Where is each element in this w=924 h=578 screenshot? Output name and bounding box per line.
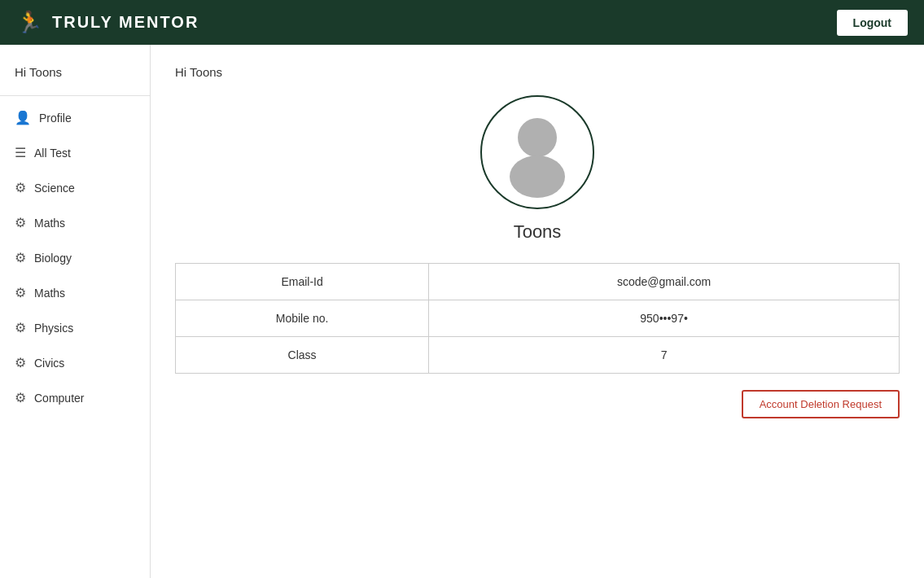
person-icon: 👤: [15, 110, 31, 125]
sidebar: Hi Toons 👤 Profile ☰ All Test ⚙ Science …: [0, 45, 151, 578]
sidebar-item-civics[interactable]: ⚙ Civics: [0, 345, 150, 380]
logout-button[interactable]: Logout: [837, 10, 908, 36]
table-row: Email-Id scode@gmail.com: [176, 264, 900, 300]
sidebar-item-label: Science: [34, 182, 75, 195]
list-icon: ☰: [15, 145, 26, 160]
table-row: Mobile no. 950•••97•: [176, 300, 900, 337]
table-label-class: Class: [176, 337, 429, 374]
avatar: [480, 95, 594, 209]
profile-table: Email-Id scode@gmail.com Mobile no. 950•…: [175, 263, 900, 374]
header: 🏃 TRULY MENTOR Logout: [0, 0, 924, 45]
svg-point-1: [510, 155, 565, 198]
sidebar-item-label: Maths: [34, 287, 65, 300]
gear-icon: ⚙: [15, 390, 26, 405]
gear-icon: ⚙: [15, 320, 26, 335]
sidebar-item-profile[interactable]: 👤 Profile: [0, 100, 150, 135]
sidebar-item-label: Civics: [34, 357, 64, 370]
sidebar-item-all-test[interactable]: ☰ All Test: [0, 135, 150, 170]
sidebar-item-label: All Test: [34, 147, 71, 160]
gear-icon: ⚙: [15, 180, 26, 195]
username: Toons: [514, 221, 562, 243]
logo: 🏃 TRULY MENTOR: [16, 10, 199, 35]
sidebar-item-science[interactable]: ⚙ Science: [0, 170, 150, 205]
gear-icon: ⚙: [15, 355, 26, 370]
gear-icon: ⚙: [15, 285, 26, 300]
gear-icon: ⚙: [15, 215, 26, 230]
sidebar-item-label: Biology: [34, 252, 72, 265]
main-greeting: Hi Toons: [175, 65, 900, 79]
avatar-svg: [488, 103, 586, 201]
table-label-email: Email-Id: [176, 264, 429, 300]
sidebar-item-label: Profile: [39, 112, 72, 125]
table-label-mobile: Mobile no.: [176, 300, 429, 337]
sidebar-item-label: Maths: [34, 217, 65, 230]
profile-section: Toons: [175, 95, 900, 243]
sidebar-greeting: Hi Toons: [0, 57, 150, 91]
main-content: Hi Toons Toons Email-Id scode@gmail.com: [151, 45, 924, 578]
logo-icon: 🏃: [16, 10, 44, 35]
table-row: Class 7: [176, 337, 900, 374]
gear-icon: ⚙: [15, 250, 26, 265]
sidebar-item-maths1[interactable]: ⚙ Maths: [0, 205, 150, 240]
sidebar-item-physics[interactable]: ⚙ Physics: [0, 310, 150, 345]
layout: Hi Toons 👤 Profile ☰ All Test ⚙ Science …: [0, 45, 924, 578]
logo-text: TRULY MENTOR: [52, 13, 199, 32]
sidebar-item-biology[interactable]: ⚙ Biology: [0, 240, 150, 275]
sidebar-divider: [0, 95, 150, 96]
delete-btn-row: Account Deletion Request: [175, 390, 900, 418]
sidebar-item-computer[interactable]: ⚙ Computer: [0, 380, 150, 415]
table-value-email: scode@gmail.com: [429, 264, 900, 300]
account-deletion-button[interactable]: Account Deletion Request: [742, 390, 900, 418]
table-value-mobile: 950•••97•: [429, 300, 900, 337]
svg-point-0: [518, 118, 557, 157]
sidebar-item-label: Computer: [34, 392, 84, 405]
sidebar-item-maths2[interactable]: ⚙ Maths: [0, 275, 150, 310]
sidebar-item-label: Physics: [34, 322, 73, 335]
table-value-class: 7: [429, 337, 900, 374]
